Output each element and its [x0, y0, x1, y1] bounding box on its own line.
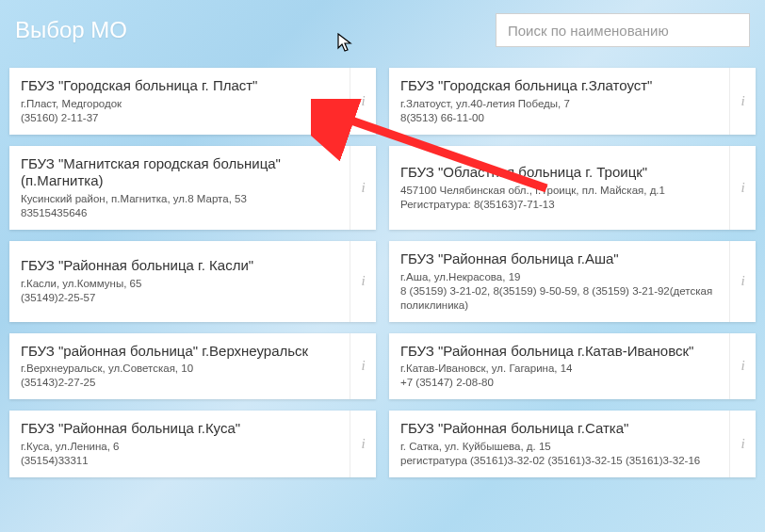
card-phone: +7 (35147) 2-08-80: [400, 376, 718, 390]
card-body: ГБУЗ "Районная больница г.Аша" г.Аша, ул…: [389, 241, 729, 322]
card-address: г.Верхнеуральск, ул.Советская, 10: [21, 362, 338, 376]
mo-card[interactable]: ГБУЗ "Районная больница г.Куса" г.Куса, …: [9, 411, 376, 477]
info-icon[interactable]: i: [350, 68, 376, 135]
card-title: ГБУЗ "Районная больница г.Катав-Ивановск…: [400, 343, 718, 361]
card-body: ГБУЗ "Областная больница г. Троицк" 4571…: [389, 146, 729, 230]
mo-card[interactable]: ГБУЗ "Магнитская городская больница" (п.…: [9, 146, 376, 230]
mo-card[interactable]: ГБУЗ "Областная больница г. Троицк" 4571…: [389, 146, 756, 230]
card-phone: Регистратура: 8(35163)7-71-13: [400, 198, 718, 212]
mo-card[interactable]: ГБУЗ "Городская больница г. Пласт" г.Пла…: [9, 68, 376, 135]
card-title: ГБУЗ "Районная больница г.Аша": [400, 250, 718, 268]
mo-card[interactable]: ГБУЗ "Районная больница г.Аша" г.Аша, ул…: [389, 241, 756, 322]
card-body: ГБУЗ "Городская больница г.Златоуст" г.З…: [389, 68, 729, 135]
card-body: ГБУЗ "Городская больница г. Пласт" г.Пла…: [9, 68, 350, 135]
card-address: г.Касли, ул.Коммуны, 65: [21, 277, 338, 291]
card-title: ГБУЗ "Районная больница г.Сатка": [400, 420, 718, 438]
card-address: г.Куса, ул.Ленина, 6: [21, 440, 338, 454]
card-address: г.Пласт, Медгородок: [21, 97, 338, 111]
card-body: ГБУЗ "Районная больница г.Катав-Ивановск…: [389, 333, 729, 400]
info-icon[interactable]: i: [350, 411, 376, 477]
card-title: ГБУЗ "Городская больница г. Пласт": [21, 77, 338, 95]
card-phone: (35160) 2-11-37: [21, 111, 338, 125]
info-icon[interactable]: i: [350, 241, 376, 322]
card-body: ГБУЗ "Районная больница г. Касли" г.Касл…: [9, 241, 350, 322]
info-icon[interactable]: i: [350, 146, 376, 230]
card-phone: (35154)33311: [21, 454, 338, 468]
card-address: г.Аша, ул.Некрасова, 19: [400, 270, 718, 284]
search-input[interactable]: [496, 13, 750, 47]
cards-grid: ГБУЗ "Городская больница г. Пласт" г.Пла…: [9, 68, 756, 477]
card-title: ГБУЗ "районная больница" г.Верхнеуральск: [21, 343, 338, 361]
card-title: ГБУЗ "Районная больница г.Куса": [21, 420, 338, 438]
card-phone: (35149)2-25-57: [21, 291, 338, 305]
info-icon[interactable]: i: [729, 241, 756, 322]
info-icon[interactable]: i: [729, 411, 756, 477]
info-icon[interactable]: i: [350, 333, 376, 400]
card-body: ГБУЗ "Районная больница г.Сатка" г. Сатк…: [389, 411, 729, 477]
mo-card[interactable]: ГБУЗ "Районная больница г.Сатка" г. Сатк…: [389, 411, 756, 477]
card-title: ГБУЗ "Районная больница г. Касли": [21, 257, 338, 275]
card-title: ГБУЗ "Магнитская городская больница" (п.…: [21, 155, 338, 191]
card-phone: регистратура (35161)3-32-02 (35161)3-32-…: [400, 454, 718, 468]
header: Выбор МО: [9, 13, 756, 47]
mo-card[interactable]: ГБУЗ "Городская больница г.Златоуст" г.З…: [389, 68, 756, 135]
page-title: Выбор МО: [15, 17, 127, 43]
mo-card[interactable]: ГБУЗ "районная больница" г.Верхнеуральск…: [9, 333, 376, 400]
card-phone: 8(3513) 66-11-00: [400, 111, 718, 125]
card-address: г.Катав-Ивановск, ул. Гагарина, 14: [400, 362, 718, 376]
card-address: г. Сатка, ул. Куйбышева, д. 15: [400, 440, 718, 454]
card-phone: (35143)2-27-25: [21, 376, 338, 390]
card-title: ГБУЗ "Городская больница г.Златоуст": [400, 77, 718, 95]
card-title: ГБУЗ "Областная больница г. Троицк": [400, 164, 718, 182]
mo-card[interactable]: ГБУЗ "Районная больница г. Касли" г.Касл…: [9, 241, 376, 322]
mo-card[interactable]: ГБУЗ "Районная больница г.Катав-Ивановск…: [389, 333, 756, 400]
info-icon[interactable]: i: [729, 68, 756, 135]
card-body: ГБУЗ "Районная больница г.Куса" г.Куса, …: [9, 411, 350, 477]
card-phone: 8 (35159) 3-21-02, 8(35159) 9-50-59, 8 (…: [400, 284, 718, 313]
card-address: г.Златоуст, ул.40-летия Победы, 7: [400, 97, 718, 111]
info-icon[interactable]: i: [729, 146, 756, 230]
card-phone: 83515435646: [21, 206, 338, 220]
card-body: ГБУЗ "Магнитская городская больница" (п.…: [9, 146, 350, 230]
card-body: ГБУЗ "районная больница" г.Верхнеуральск…: [9, 333, 350, 400]
card-address: 457100 Челябинская обл., г.Троицк, пл. М…: [400, 184, 718, 198]
info-icon[interactable]: i: [729, 333, 756, 400]
card-address: Кусинский район, п.Магнитка, ул.8 Марта,…: [21, 192, 338, 206]
